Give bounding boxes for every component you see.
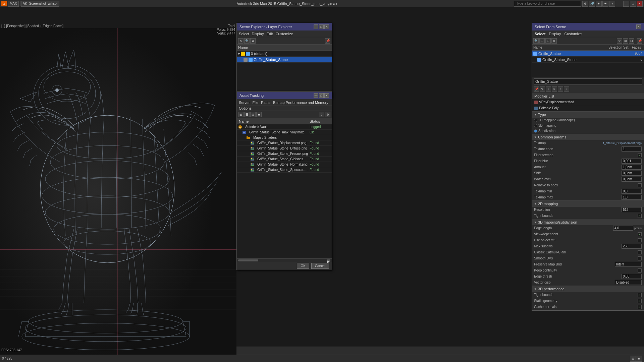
- at-list-icon[interactable]: ☰: [244, 112, 250, 117]
- at-content[interactable]: A Autodesk Vault Logged M Griffin_Statue…: [237, 124, 332, 258]
- se-menu-customize[interactable]: Customize: [276, 32, 293, 36]
- sfs-menu-display[interactable]: Display: [549, 32, 561, 36]
- vector-disp-input[interactable]: [615, 280, 642, 285]
- use-object-mtl-check[interactable]: [638, 238, 642, 242]
- texmap-value[interactable]: 1_Statue_Displacement.png): [603, 141, 642, 145]
- sfs-filter-icon[interactable]: 🔍: [533, 38, 539, 44]
- filename-button[interactable]: AK_Screenshot_wrksp.: [21, 1, 59, 7]
- cache-normals-check[interactable]: ✓: [638, 305, 642, 309]
- at-diffuse-row[interactable]: Griffin_Statue_Stone_Diffuse.png Found: [237, 146, 332, 151]
- texture-chan-input[interactable]: [622, 146, 642, 152]
- at-normal-row[interactable]: Griffin_Statue_Stone_Normal.png Found: [237, 162, 332, 167]
- at-displacement-row[interactable]: Griffin_Statue_Displacement.png Found: [237, 140, 332, 146]
- tight-bounds-3d-check[interactable]: ✓: [638, 293, 642, 297]
- water-level-input[interactable]: [622, 177, 642, 182]
- sfs-pin[interactable]: 📌: [637, 38, 642, 44]
- at-menu-server[interactable]: Server: [239, 101, 250, 105]
- max-subdivs-input[interactable]: [622, 244, 642, 249]
- scene-explorer-minimize[interactable]: —: [314, 24, 318, 29]
- at-cancel-button[interactable]: Cancel: [311, 263, 329, 269]
- at-highlight-icon[interactable]: ★: [256, 112, 262, 117]
- texmap-max-input[interactable]: [622, 195, 642, 200]
- mod-move-down[interactable]: ↓: [564, 86, 569, 92]
- at-menu-options[interactable]: Options: [239, 106, 252, 110]
- texmap-min-input[interactable]: [622, 189, 642, 194]
- bottom-icon-2[interactable]: ◉: [636, 356, 642, 362]
- sfs-collapse[interactable]: ⊟: [629, 38, 634, 44]
- at-ok-button[interactable]: OK: [297, 263, 309, 269]
- max-button[interactable]: MAX: [8, 1, 19, 7]
- resolution-input[interactable]: [622, 207, 642, 212]
- classic-catmull-check[interactable]: [638, 250, 642, 254]
- modifier-list[interactable]: VRayDisplacementMod Editable Poly: [532, 99, 644, 111]
- type-3d-row[interactable]: 3D mapping: [532, 123, 644, 128]
- mod-delete-icon[interactable]: ✕: [552, 86, 557, 92]
- relative-bbox-check[interactable]: [638, 183, 642, 187]
- sfs-menu-customize[interactable]: Customize: [565, 32, 582, 36]
- view-dependent-check[interactable]: ✓: [638, 232, 642, 236]
- toolbar-icon-1[interactable]: ⚙: [582, 1, 588, 7]
- tight-bounds-check[interactable]: ✓: [638, 214, 642, 218]
- at-menu-paths[interactable]: Paths: [261, 101, 270, 105]
- minimize-button[interactable]: —: [623, 1, 629, 7]
- 3d-performance-title[interactable]: 3D performance: [532, 286, 644, 292]
- se-filter-icon[interactable]: 🔍: [244, 38, 250, 44]
- at-gloisness-row[interactable]: Griffin_Statue_Stone_Gloisness.png Found: [237, 157, 332, 162]
- at-griffin-max-row[interactable]: M Griffin_Statue_Stone_max_vray.max Ok: [237, 130, 332, 135]
- type-section-title[interactable]: Type: [532, 112, 644, 118]
- object-name-field[interactable]: [534, 78, 642, 84]
- help-icon[interactable]: ?: [609, 1, 615, 7]
- smooth-uvs-check[interactable]: [638, 256, 642, 260]
- static-geometry-check[interactable]: ✓: [638, 299, 642, 303]
- at-settings-icon[interactable]: ⚙: [325, 112, 330, 117]
- se-obj-griffin[interactable]: Griffin_Statue_Stone: [237, 57, 332, 63]
- 3d-mapping-title[interactable]: 3D mapping/subdivision: [532, 219, 644, 225]
- at-vault-row[interactable]: A Autodesk Vault Logged: [237, 124, 332, 130]
- preserve-map-bnd-input[interactable]: [615, 262, 642, 267]
- at-help-icon[interactable]: ?: [319, 112, 324, 117]
- se-pin-icon[interactable]: 📌: [325, 38, 330, 44]
- sfs-close[interactable]: ✕: [636, 24, 641, 29]
- sfs-select-all[interactable]: □: [539, 38, 545, 44]
- sfs-sync[interactable]: ↻: [617, 38, 622, 44]
- filter-texmap-check[interactable]: ✓: [638, 153, 642, 157]
- common-params-title[interactable]: Common params: [532, 134, 644, 140]
- type-subdivision-radio[interactable]: [534, 129, 537, 133]
- type-2d-row[interactable]: 2D mapping (landscape): [532, 118, 644, 123]
- scene-explorer-restore[interactable]: □: [319, 24, 324, 29]
- sfs-content[interactable]: Griffin_Statue 9384 Griffin_Statue_Stone…: [532, 51, 644, 77]
- search-input[interactable]: [514, 1, 581, 7]
- se-menu-edit[interactable]: Edit: [267, 32, 273, 36]
- mod-edit-icon[interactable]: ✎: [540, 86, 545, 92]
- at-close[interactable]: ✕: [324, 93, 329, 98]
- mod-add-icon[interactable]: +: [546, 86, 551, 92]
- se-layer-default[interactable]: ▶ 0 (default): [237, 51, 332, 57]
- at-filter-icon[interactable]: ⊟: [250, 112, 256, 117]
- at-menu-file[interactable]: File: [252, 101, 258, 105]
- 2d-mapping-title[interactable]: 2D mapping: [532, 201, 644, 207]
- at-restore[interactable]: □: [319, 93, 324, 98]
- sfs-menu-select[interactable]: Select: [535, 32, 545, 36]
- type-3d-radio[interactable]: [534, 124, 537, 127]
- at-grid-icon[interactable]: ▦: [238, 112, 244, 117]
- mod-pin-icon[interactable]: 📌: [534, 86, 539, 92]
- edge-thresh-input[interactable]: [622, 274, 642, 279]
- shift-input[interactable]: [622, 171, 642, 176]
- at-minimize[interactable]: —: [314, 93, 318, 98]
- at-fresnel-row[interactable]: Griffin_Statue_Stone_Fresnel.png Found: [237, 151, 332, 157]
- at-specular-row[interactable]: Griffin_Statue_Stone_Specular.png Found: [237, 167, 332, 173]
- toolbar-icon-2[interactable]: 🔗: [589, 1, 595, 7]
- at-maps-shaders-row[interactable]: Maps / Shaders: [237, 135, 332, 140]
- scene-explorer-close[interactable]: ✕: [324, 24, 329, 29]
- se-menu-select[interactable]: Select: [239, 32, 249, 36]
- type-subdivision-row[interactable]: Subdivision: [532, 128, 644, 134]
- toolbar-icon-4[interactable]: ★: [602, 1, 608, 7]
- vray-displacement-mod[interactable]: VRayDisplacementMod: [532, 99, 644, 105]
- maximize-button[interactable]: □: [630, 1, 636, 7]
- scene-explorer-content[interactable]: ▶ 0 (default) Griffin_Statue_Stone: [237, 51, 332, 91]
- sfs-griffin-statue-row[interactable]: Griffin_Statue 9384: [532, 51, 644, 57]
- amount-input[interactable]: [622, 165, 642, 170]
- se-close-icon[interactable]: ✕: [238, 38, 244, 44]
- at-menu-bitmap[interactable]: Bitmap Performance and Memory: [273, 101, 328, 105]
- sfs-griffin-stone-row[interactable]: Griffin_Statue_Stone 0: [532, 57, 644, 63]
